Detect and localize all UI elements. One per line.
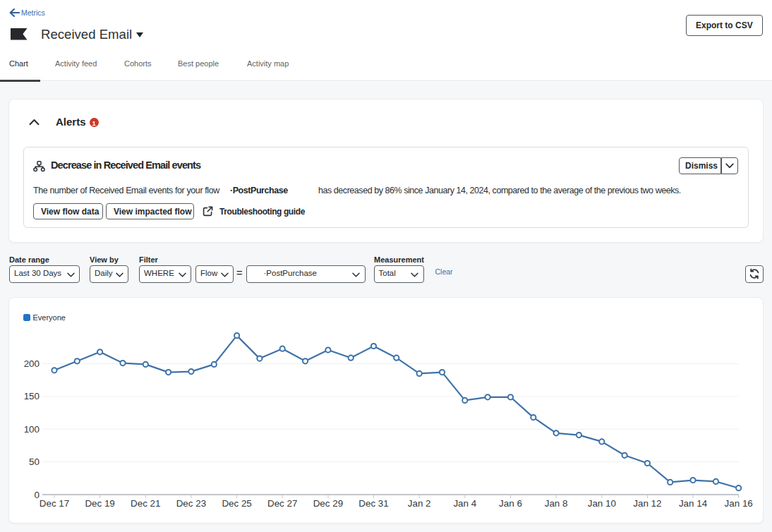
svg-text:100: 100	[24, 424, 40, 435]
svg-text:Dec 21: Dec 21	[131, 498, 160, 509]
svg-text:Dec 31: Dec 31	[358, 498, 388, 509]
svg-text:Dec 27: Dec 27	[267, 498, 297, 509]
svg-text:Jan 12: Jan 12	[633, 498, 661, 509]
svg-text:50: 50	[29, 457, 40, 467]
svg-text:Jan 10: Jan 10	[588, 498, 616, 509]
svg-text:Jan 2: Jan 2	[408, 498, 431, 509]
svg-text:Dec 25: Dec 25	[222, 498, 251, 509]
svg-text:Jan 14: Jan 14	[679, 498, 708, 509]
svg-text:Dec 19: Dec 19	[85, 498, 114, 509]
svg-text:Jan 8: Jan 8	[545, 498, 568, 509]
svg-text:Jan 4: Jan 4	[453, 498, 476, 509]
svg-text:Dec 17: Dec 17	[40, 498, 69, 509]
svg-text:Jan 6: Jan 6	[499, 498, 522, 509]
svg-text:200: 200	[24, 358, 40, 369]
svg-text:150: 150	[24, 391, 40, 401]
svg-text:Dec 29: Dec 29	[313, 498, 343, 509]
svg-text:Dec 23: Dec 23	[176, 498, 206, 509]
svg-text:Jan 16: Jan 16	[725, 498, 753, 509]
